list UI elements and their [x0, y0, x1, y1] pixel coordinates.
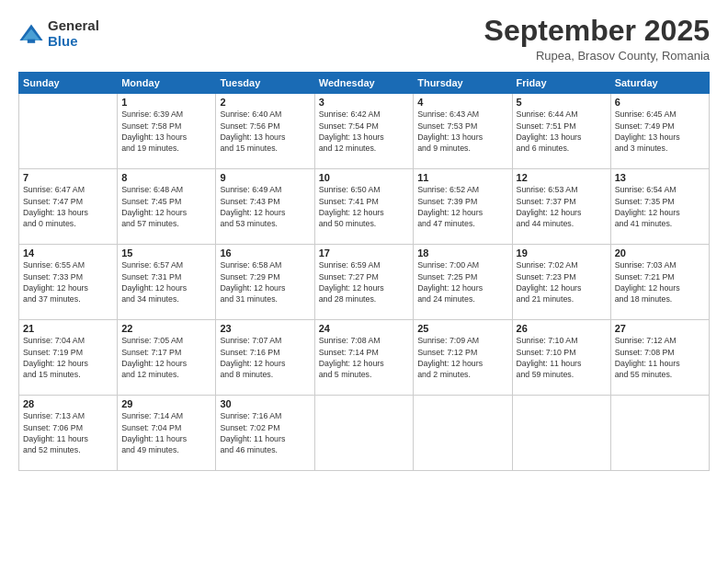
calendar-cell: 3Sunrise: 6:42 AM Sunset: 7:54 PM Daylig…	[314, 94, 413, 169]
calendar-cell: 26Sunrise: 7:10 AM Sunset: 7:10 PM Dayli…	[512, 320, 610, 396]
day-detail: Sunrise: 7:04 AM Sunset: 7:19 PM Dayligh…	[23, 335, 113, 380]
day-number: 21	[23, 323, 113, 334]
svg-rect-2	[28, 39, 35, 42]
calendar-cell	[512, 396, 610, 471]
day-detail: Sunrise: 6:59 AM Sunset: 7:27 PM Dayligh…	[319, 259, 409, 304]
day-number: 26	[517, 323, 607, 334]
day-number: 8	[121, 172, 211, 183]
calendar-cell: 13Sunrise: 6:54 AM Sunset: 7:35 PM Dayli…	[610, 169, 709, 245]
day-detail: Sunrise: 6:57 AM Sunset: 7:31 PM Dayligh…	[121, 259, 211, 304]
calendar-cell: 20Sunrise: 7:03 AM Sunset: 7:21 PM Dayli…	[610, 245, 709, 320]
calendar-cell: 5Sunrise: 6:44 AM Sunset: 7:51 PM Daylig…	[512, 94, 610, 169]
calendar-cell: 8Sunrise: 6:48 AM Sunset: 7:45 PM Daylig…	[118, 169, 216, 245]
day-number: 22	[121, 323, 211, 334]
calendar-cell: 24Sunrise: 7:08 AM Sunset: 7:14 PM Dayli…	[314, 320, 413, 396]
day-number: 14	[23, 247, 113, 259]
calendar-cell	[19, 94, 118, 169]
logo-general-text: General	[48, 18, 99, 34]
day-number: 15	[121, 247, 211, 259]
calendar-cell: 18Sunrise: 7:00 AM Sunset: 7:25 PM Dayli…	[414, 245, 512, 320]
logo: General Blue	[18, 18, 99, 49]
calendar-week-0: 1Sunrise: 6:39 AM Sunset: 7:58 PM Daylig…	[19, 94, 710, 169]
day-detail: Sunrise: 7:12 AM Sunset: 7:08 PM Dayligh…	[615, 335, 705, 380]
col-sunday: Sunday	[19, 73, 118, 94]
day-detail: Sunrise: 7:03 AM Sunset: 7:21 PM Dayligh…	[615, 259, 705, 304]
calendar-cell: 6Sunrise: 6:45 AM Sunset: 7:49 PM Daylig…	[610, 94, 709, 169]
calendar-cell: 2Sunrise: 6:40 AM Sunset: 7:56 PM Daylig…	[216, 94, 314, 169]
calendar-cell	[314, 396, 413, 471]
day-detail: Sunrise: 7:08 AM Sunset: 7:14 PM Dayligh…	[319, 335, 409, 380]
calendar-cell: 12Sunrise: 6:53 AM Sunset: 7:37 PM Dayli…	[512, 169, 610, 245]
day-number: 19	[517, 247, 607, 259]
calendar-cell: 22Sunrise: 7:05 AM Sunset: 7:17 PM Dayli…	[118, 320, 216, 396]
day-number: 7	[23, 172, 113, 183]
col-wednesday: Wednesday	[314, 73, 413, 94]
calendar-cell	[610, 396, 709, 471]
day-detail: Sunrise: 6:53 AM Sunset: 7:37 PM Dayligh…	[517, 184, 607, 229]
day-number: 4	[417, 97, 507, 108]
day-number: 9	[220, 172, 310, 183]
calendar-cell: 30Sunrise: 7:16 AM Sunset: 7:02 PM Dayli…	[216, 396, 314, 471]
day-number: 23	[220, 323, 310, 334]
calendar-cell: 23Sunrise: 7:07 AM Sunset: 7:16 PM Dayli…	[216, 320, 314, 396]
calendar-week-2: 14Sunrise: 6:55 AM Sunset: 7:33 PM Dayli…	[19, 245, 710, 320]
calendar-cell: 17Sunrise: 6:59 AM Sunset: 7:27 PM Dayli…	[314, 245, 413, 320]
calendar-cell: 15Sunrise: 6:57 AM Sunset: 7:31 PM Dayli…	[118, 245, 216, 320]
calendar-cell: 14Sunrise: 6:55 AM Sunset: 7:33 PM Dayli…	[19, 245, 118, 320]
col-friday: Friday	[512, 73, 610, 94]
calendar-cell: 16Sunrise: 6:58 AM Sunset: 7:29 PM Dayli…	[216, 245, 314, 320]
day-number: 20	[615, 247, 705, 259]
day-detail: Sunrise: 6:55 AM Sunset: 7:33 PM Dayligh…	[23, 259, 113, 304]
title-block: September 2025 Rupea, Brasov County, Rom…	[484, 15, 710, 63]
day-detail: Sunrise: 6:44 AM Sunset: 7:51 PM Dayligh…	[517, 109, 607, 154]
calendar-cell: 4Sunrise: 6:43 AM Sunset: 7:53 PM Daylig…	[414, 94, 512, 169]
day-number: 3	[319, 97, 409, 108]
col-tuesday: Tuesday	[216, 73, 314, 94]
header-row: Sunday Monday Tuesday Wednesday Thursday…	[19, 73, 710, 94]
day-detail: Sunrise: 6:52 AM Sunset: 7:39 PM Dayligh…	[417, 184, 507, 229]
day-number: 2	[220, 97, 310, 108]
day-detail: Sunrise: 6:49 AM Sunset: 7:43 PM Dayligh…	[220, 184, 310, 229]
day-number: 5	[517, 97, 607, 108]
col-saturday: Saturday	[610, 73, 709, 94]
day-detail: Sunrise: 7:13 AM Sunset: 7:06 PM Dayligh…	[23, 410, 113, 455]
day-number: 6	[615, 97, 705, 108]
day-detail: Sunrise: 7:00 AM Sunset: 7:25 PM Dayligh…	[417, 259, 507, 304]
day-detail: Sunrise: 7:14 AM Sunset: 7:04 PM Dayligh…	[121, 410, 211, 455]
day-number: 17	[319, 247, 409, 259]
calendar-header: Sunday Monday Tuesday Wednesday Thursday…	[19, 73, 710, 94]
col-thursday: Thursday	[414, 73, 512, 94]
calendar-table: Sunday Monday Tuesday Wednesday Thursday…	[18, 72, 710, 471]
calendar-cell: 11Sunrise: 6:52 AM Sunset: 7:39 PM Dayli…	[414, 169, 512, 245]
day-number: 16	[220, 247, 310, 259]
day-detail: Sunrise: 6:47 AM Sunset: 7:47 PM Dayligh…	[23, 184, 113, 229]
calendar-cell: 29Sunrise: 7:14 AM Sunset: 7:04 PM Dayli…	[118, 396, 216, 471]
day-detail: Sunrise: 7:16 AM Sunset: 7:02 PM Dayligh…	[220, 410, 310, 455]
logo-text: General Blue	[48, 18, 99, 49]
header: General Blue September 2025 Rupea, Braso…	[18, 15, 710, 63]
day-number: 18	[417, 247, 507, 259]
day-detail: Sunrise: 6:58 AM Sunset: 7:29 PM Dayligh…	[220, 259, 310, 304]
day-detail: Sunrise: 6:43 AM Sunset: 7:53 PM Dayligh…	[417, 109, 507, 154]
calendar-cell: 25Sunrise: 7:09 AM Sunset: 7:12 PM Dayli…	[414, 320, 512, 396]
calendar-cell: 21Sunrise: 7:04 AM Sunset: 7:19 PM Dayli…	[19, 320, 118, 396]
page-container: General Blue September 2025 Rupea, Braso…	[0, 0, 728, 480]
day-number: 29	[121, 398, 211, 409]
calendar-week-3: 21Sunrise: 7:04 AM Sunset: 7:19 PM Dayli…	[19, 320, 710, 396]
day-number: 11	[417, 172, 507, 183]
day-number: 30	[220, 398, 310, 409]
calendar-cell	[414, 396, 512, 471]
calendar-cell: 19Sunrise: 7:02 AM Sunset: 7:23 PM Dayli…	[512, 245, 610, 320]
day-number: 25	[417, 323, 507, 334]
day-number: 27	[615, 323, 705, 334]
day-detail: Sunrise: 6:54 AM Sunset: 7:35 PM Dayligh…	[615, 184, 705, 229]
day-detail: Sunrise: 7:07 AM Sunset: 7:16 PM Dayligh…	[220, 335, 310, 380]
location-subtitle: Rupea, Brasov County, Romania	[484, 49, 710, 63]
calendar-cell: 10Sunrise: 6:50 AM Sunset: 7:41 PM Dayli…	[314, 169, 413, 245]
day-number: 10	[319, 172, 409, 183]
day-detail: Sunrise: 6:45 AM Sunset: 7:49 PM Dayligh…	[615, 109, 705, 154]
day-detail: Sunrise: 6:39 AM Sunset: 7:58 PM Dayligh…	[121, 109, 211, 154]
month-title: September 2025	[484, 15, 710, 47]
day-detail: Sunrise: 7:10 AM Sunset: 7:10 PM Dayligh…	[517, 335, 607, 380]
day-detail: Sunrise: 7:02 AM Sunset: 7:23 PM Dayligh…	[517, 259, 607, 304]
